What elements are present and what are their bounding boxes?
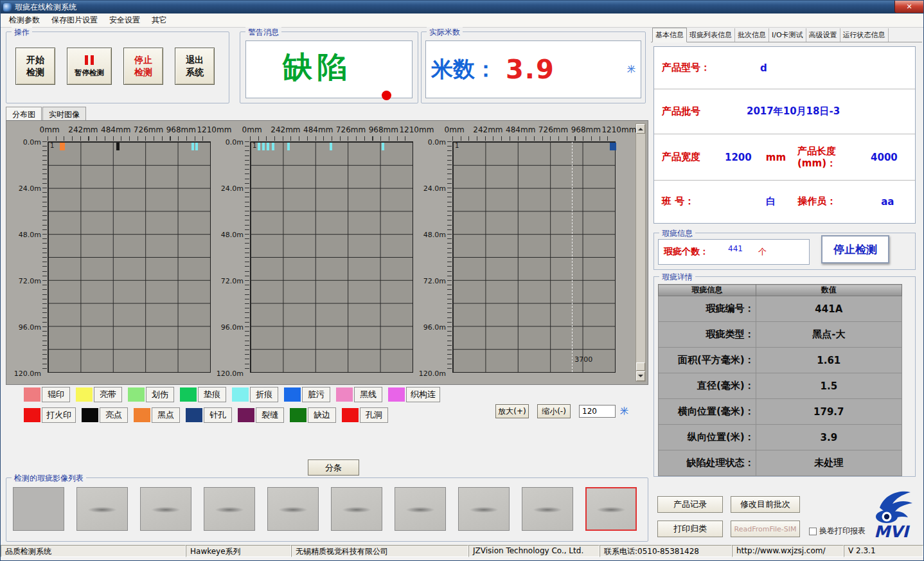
legend-item: 针孔 [186,407,232,423]
legend-color-swatch [232,387,249,402]
meters-unit: 米 [627,64,635,75]
shift-value: 白 [766,195,776,208]
exit-detection-button[interactable]: 退出系统 [175,48,215,85]
actual-meters-title: 实际米数 [427,27,463,38]
shift-operator-row: 班 号： 白 操作员： aa [654,181,915,222]
y-tick-label: 96.0m [19,323,41,332]
info-tab-1[interactable]: 基本信息 [652,28,687,42]
defect-thumbnail-6[interactable] [331,487,382,531]
chart-tab-2[interactable]: 实时图像 [42,107,86,120]
titlebar: 瑕疵在线检测系统 ✕ [1,1,923,13]
legend-item: 辊印 [24,387,70,402]
product-model-label: 产品型号： [662,62,710,74]
legend-item: 划伤 [128,387,174,402]
display-length-input[interactable] [579,405,616,418]
stop-detection-button[interactable]: 停止检测 [123,48,163,85]
legend-item: 黑线 [336,387,382,402]
defect-thumbnail-9[interactable] [522,487,573,531]
scrollbar-thumb[interactable] [636,362,645,371]
info-tab-5[interactable]: 高级设置 [806,28,840,42]
detail-label: 纵向位置(米)： [659,425,756,450]
y-tick-label: 24.0m [423,184,446,193]
legend-color-swatch [76,387,93,402]
defect-thumbnail-7[interactable] [395,487,446,531]
print-classify-button[interactable]: 打印归类 [657,521,723,537]
detail-label: 面积(平方毫米)： [659,348,756,373]
zoom-controls: 放大(+) 缩小(-) 米 [495,404,628,418]
distribution-chart-3: 0mm242mm484mm726mm968mm1210mm0.0m24.0m48… [423,125,619,382]
svg-text:MVI: MVI [874,522,910,541]
warning-message: 缺陷 [246,41,389,94]
y-tick-label: 120.0m [217,370,244,378]
legend-color-swatch [24,387,40,402]
chart-tab-1[interactable]: 分布图 [6,107,42,120]
defect-mark [195,143,198,150]
status-segment-7: V 2.3.1 [844,545,923,557]
menu-item-1[interactable]: 检测参数 [3,13,46,27]
chart-vertical-scrollbar[interactable] [635,123,646,382]
chart-grid[interactable]: 1 [250,141,413,373]
product-batch-row: 产品批号 2017年10月18日-3 [654,89,915,134]
warning-display: 缺陷 [245,40,413,98]
start-detection-button[interactable]: 开始检测 [15,48,55,85]
operation-group-title: 操作 [12,27,32,38]
info-tab-3[interactable]: 批次信息 [735,28,769,42]
defect-thumbnail-list [6,478,648,531]
defect-thumbnail-2[interactable] [76,487,128,531]
defect-thumbnail-5[interactable] [267,487,319,531]
legend-label: 黑点 [152,407,180,423]
pause-detection-button[interactable]: 暂停检测 [67,48,112,85]
defect-details-group: 瑕疵详情 瑕疵信息 数值 瑕疵编号：441A瑕疵类型：黑点-大面积(平方毫米)：… [653,276,916,477]
y-axis-ruler: 0.0m24.0m48.0m72.0m96.0m120.0m [220,141,250,373]
scroll-down-arrow[interactable] [636,371,645,381]
read-from-file-button[interactable]: ReadFromFile-SIM [731,521,800,537]
defect-mark [191,143,194,150]
legend-label: 垫痕 [198,387,226,402]
defect-mark [610,143,616,150]
panel-index-label: 1 [253,142,256,149]
info-tab-6[interactable]: 运行状态信息 [840,28,889,42]
chart-grid[interactable]: 13700 [452,141,616,373]
menu-item-3[interactable]: 安全设置 [103,13,146,27]
info-tab-4[interactable]: I/O卡测试 [769,28,806,42]
roll-print-report-checkbox[interactable] [809,528,817,535]
y-tick-label: 72.0m [19,277,41,285]
stop-detection-button[interactable]: 停止检测 [821,235,889,263]
menu-item-2[interactable]: 保存图片设置 [46,13,103,27]
basic-info-box: 产品型号： d 产品批号 2017年10月18日-3 产品宽度 1200 mm … [653,46,916,224]
display-length-unit: 米 [620,405,628,417]
legend-item: 孔洞 [342,407,388,423]
defect-count-label: 瑕疵个数： [664,246,709,258]
defect-thumbnail-4[interactable] [204,487,255,531]
chart-grid[interactable]: 1 [48,141,211,373]
status-segment-6: http://www.wxjzsj.com/ [732,545,844,557]
legend-color-swatch [336,387,353,402]
menu-item-4[interactable]: 其它 [146,13,173,27]
defect-thumbnail-3[interactable] [140,487,191,531]
info-tab-strip: 基本信息瑕疵列表信息批次信息I/O卡测试高级设置运行状态信息 [651,29,922,42]
split-strip-button[interactable]: 分条 [308,459,359,476]
defect-thumbnail-10[interactable] [585,487,637,531]
defect-mark [262,143,265,150]
legend-item: 打火印 [24,407,76,423]
roll-print-report-option[interactable]: 换卷打印报表 [809,526,866,537]
x-tick-label: 242mm [473,125,502,134]
product-record-button[interactable]: 产品记录 [657,496,723,513]
legend-item: 织构连 [388,387,440,402]
defect-thumbnail-8[interactable] [458,487,510,531]
detail-value: 441A [756,296,902,322]
detail-label: 瑕疵编号： [659,296,756,322]
detail-label: 缺陷处理状态： [659,450,756,476]
x-tick-label: 0mm [40,125,60,134]
info-tab-2[interactable]: 瑕疵列表信息 [687,28,735,42]
meters-display: 米数： 3.9 米 [425,40,641,98]
y-tick-label: 72.0m [423,277,446,285]
close-button[interactable]: ✕ [894,1,923,13]
zoom-out-button[interactable]: 缩小(-) [537,404,571,418]
legend-label: 孔洞 [360,407,388,423]
zoom-in-button[interactable]: 放大(+) [495,404,529,418]
scroll-up-arrow[interactable] [636,124,645,134]
y-tick-label: 0.0m [428,138,446,147]
defect-thumbnail-1[interactable] [13,487,64,531]
modify-current-batch-button[interactable]: 修改目前批次 [731,496,800,513]
